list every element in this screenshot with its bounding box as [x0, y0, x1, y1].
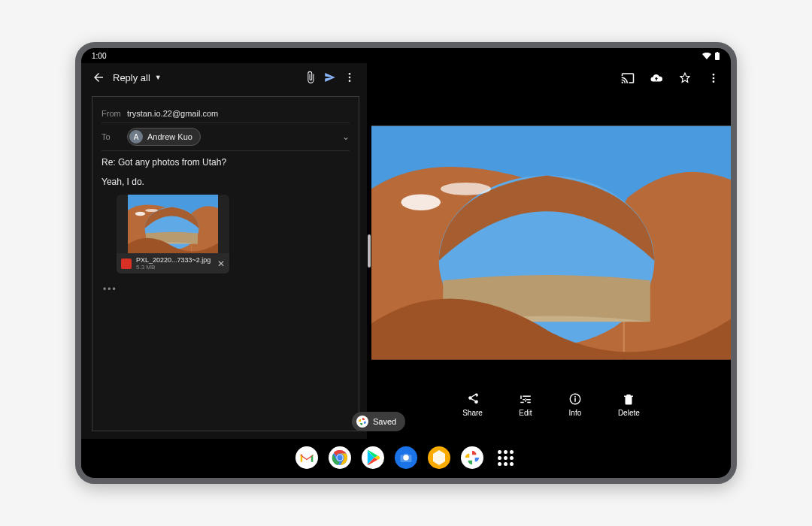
- clock: 1:00: [92, 52, 106, 60]
- wifi-icon: [702, 53, 711, 59]
- recipient-chip[interactable]: A Andrew Kuo: [127, 128, 201, 146]
- shelf: [81, 439, 731, 476]
- attachment-size: 5.3 MB: [136, 264, 213, 271]
- gmail-pane: Reply all ▼ From trystan.io.22@gmail.com: [81, 63, 367, 439]
- shelf-files[interactable]: [428, 446, 450, 469]
- from-value: trystan.io.22@gmail.com: [127, 109, 218, 118]
- photos-action-bar: Share Edit Info Delete: [371, 392, 731, 439]
- svg-point-13: [713, 80, 715, 83]
- photos-more-icon[interactable]: [704, 68, 723, 88]
- svg-point-9: [349, 77, 351, 79]
- image-file-icon: [121, 258, 132, 269]
- recipient-name: Andrew Kuo: [147, 132, 192, 141]
- svg-point-11: [713, 74, 715, 76]
- compose-card: From trystan.io.22@gmail.com To A Andrew…: [92, 96, 359, 431]
- toast-text: Saved: [373, 417, 396, 426]
- photo-viewport[interactable]: [371, 93, 731, 392]
- attachment-thumbnail: [117, 195, 229, 253]
- saved-toast: Saved: [352, 412, 405, 431]
- quoted-text-toggle[interactable]: •••: [103, 284, 350, 295]
- to-label: To: [102, 132, 127, 141]
- photos-toolbar: [371, 63, 731, 93]
- shelf-play[interactable]: [362, 446, 384, 469]
- battery-icon: [714, 52, 720, 60]
- svg-point-16: [574, 396, 576, 398]
- shelf-all-apps[interactable]: [494, 446, 517, 469]
- back-icon[interactable]: [89, 68, 108, 87]
- shelf-gmail[interactable]: [295, 446, 318, 469]
- subject-line[interactable]: Re: Got any photos from Utah?: [102, 151, 350, 174]
- chevron-down-icon[interactable]: ▼: [155, 74, 162, 81]
- share-button[interactable]: Share: [462, 392, 483, 439]
- delete-button[interactable]: Delete: [618, 392, 640, 439]
- shelf-photos[interactable]: [461, 446, 483, 469]
- photos-pinwheel-icon: [356, 416, 368, 428]
- info-button[interactable]: Info: [568, 392, 582, 439]
- avatar: A: [129, 130, 143, 144]
- email-body[interactable]: Yeah, I do.: [102, 174, 350, 195]
- cast-icon[interactable]: [618, 68, 638, 88]
- svg-point-20: [337, 455, 342, 460]
- more-icon[interactable]: [340, 68, 359, 87]
- svg-point-10: [349, 80, 351, 82]
- reply-mode-label[interactable]: Reply all: [113, 72, 150, 83]
- attachment-card[interactable]: PXL_20220...7333~2.jpg 5.3 MB ✕: [117, 195, 229, 274]
- svg-point-8: [349, 73, 351, 75]
- from-label: From: [102, 109, 127, 118]
- shelf-chrome[interactable]: [329, 446, 351, 469]
- to-row[interactable]: To A Andrew Kuo ⌄: [102, 123, 350, 151]
- svg-rect-7: [717, 52, 718, 53]
- svg-rect-6: [715, 53, 720, 60]
- status-bar: 1:00: [81, 48, 731, 63]
- svg-point-12: [713, 77, 715, 80]
- photos-pane: Share Edit Info Delete: [371, 63, 731, 439]
- gmail-toolbar: Reply all ▼: [81, 63, 367, 92]
- edit-button[interactable]: Edit: [519, 392, 532, 439]
- expand-recipients-icon[interactable]: ⌄: [342, 132, 350, 142]
- attachment-filename: PXL_20220...7333~2.jpg: [136, 256, 213, 264]
- star-icon[interactable]: [675, 68, 695, 88]
- attach-icon[interactable]: [301, 68, 320, 87]
- remove-attachment-icon[interactable]: ✕: [217, 258, 225, 269]
- from-row: From trystan.io.22@gmail.com: [102, 104, 350, 123]
- cloud-upload-icon[interactable]: [647, 68, 666, 88]
- tablet-frame: 1:00 Reply all ▼: [75, 42, 737, 484]
- shelf-camera[interactable]: [395, 446, 417, 469]
- send-icon[interactable]: [320, 68, 340, 87]
- svg-rect-15: [574, 398, 576, 402]
